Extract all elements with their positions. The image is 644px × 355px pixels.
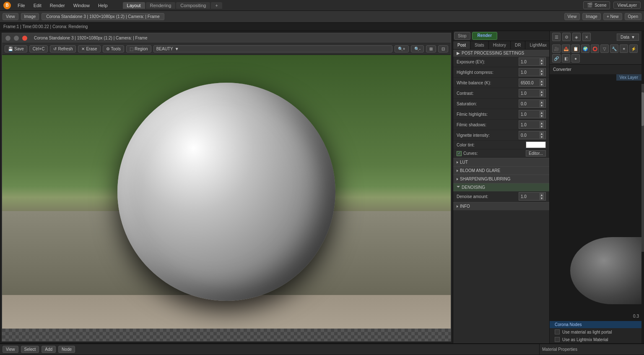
particle-props-icon[interactable]: ✦ [620,44,628,53]
close-panel-btn[interactable]: ✕ [582,33,591,41]
zoom-fit-btn[interactable]: ⊞ [426,45,436,52]
menu-window[interactable]: Window [72,2,91,9]
denoise-amount-value[interactable]: 1.0 ▲ ▼ [519,192,546,201]
modifier-props-icon[interactable]: 🔧 [610,44,618,53]
constraint-props-icon[interactable]: 🔗 [552,54,561,63]
vignette-value[interactable]: 0.0 ▲ ▼ [519,131,546,139]
menu-render[interactable]: Render [48,2,67,9]
scene-props-icon[interactable]: 🌍 [581,44,589,53]
lut-section-header[interactable]: LUT [453,158,549,166]
exposure-down[interactable]: ▼ [540,62,544,65]
info-label: INFO [460,204,470,209]
tab-lightmax[interactable]: LightMax [525,41,549,49]
corona-nodes-label[interactable]: Corona Nodes [550,321,641,328]
render-result-label: Corona Standalone 3 | 1920×1080px (1:2) … [42,13,164,20]
view-layer-icon[interactable]: 📋 [571,44,580,53]
tab-post[interactable]: Post [453,41,470,49]
new-btn[interactable]: + New [603,13,622,20]
light-portal-checkbox[interactable] [555,329,560,334]
frame-info-bar: Frame:1 | Time:00:00.22 | Corona: Render… [0,23,644,31]
output-props-icon[interactable]: 📤 [562,44,570,53]
erase-btn[interactable]: ✕ Erase [78,45,100,52]
refresh-btn[interactable]: ↺ Refresh [50,45,76,52]
physics-props-icon[interactable]: ⚡ [629,44,638,53]
tab-compositing[interactable]: Compositing [176,2,210,9]
node-toolbar: View Select Add Node [0,344,539,355]
ctrlc-btn[interactable]: Ctrl+C [29,45,48,52]
white-balance-arrows[interactable]: ▲ ▼ [540,79,544,86]
region-btn[interactable]: ⬚ Region [126,45,151,52]
material-props-icon[interactable]: ● [571,54,580,63]
maximize-btn[interactable] [14,36,19,41]
zoom-out-btn[interactable]: 🔍- [411,45,424,52]
lightmix-checkbox[interactable] [555,337,560,342]
exposure-up[interactable]: ▲ [540,58,544,62]
view-menu-r[interactable]: View [564,13,580,20]
zoom-in-btn[interactable]: 🔍+ [395,45,409,52]
filmic-shadows-value[interactable]: 1.0 ▲ ▼ [519,120,546,129]
denoising-section-header[interactable]: DENOISING [453,183,549,191]
contrast-value[interactable]: 1.0 ▲ ▼ [519,89,546,97]
info-triangle [457,205,458,208]
highlight-compress-arrows[interactable]: ▲ ▼ [540,69,544,76]
tab-layout[interactable]: Layout [123,2,145,9]
beauty-dropdown[interactable]: BEAUTY ▼ [153,45,392,52]
render-props-icon[interactable]: 🎥 [552,44,561,53]
corona-nodes-item[interactable]: Corona Nodes [550,321,641,328]
bloom-section-header[interactable]: BLOOM AND GLARE [453,166,549,175]
save-btn[interactable]: 💾 Save [5,45,27,52]
menu-edit[interactable]: Edit [32,2,43,9]
menu-help[interactable]: Help [96,2,109,9]
image-menu-r[interactable]: Image [582,13,601,20]
data-dropdown[interactable]: Data ▼ [617,34,639,41]
region-icon: ⬚ [130,47,133,51]
world-props-icon[interactable]: ⭕ [591,44,599,53]
saturation-value[interactable]: 0.0 ▲ ▼ [519,99,546,108]
highlight-compress-label: Highlight compress: [457,70,519,75]
tab-rendering[interactable]: Rendering [146,2,176,9]
post-section-collapsed[interactable]: ▶ POST PROCESSING SETTINGS [453,50,549,57]
render-window-title: Corona Standalone 3 | 1920×1080px (1:2) … [34,36,147,40]
color-tint-label: Color tint: [457,143,526,147]
outliner-btn[interactable]: ☰ [552,33,561,41]
stop-btn[interactable]: Stop [454,32,470,40]
exposure-arrows[interactable]: ▲ ▼ [540,58,544,65]
curves-editor-btn[interactable]: Editor... [526,150,546,157]
lut-label: LUT [460,160,468,164]
use-as-lightmix-item[interactable]: Use as Lightmix Material [550,336,641,343]
node-node-btn[interactable]: Node [58,346,75,353]
param-denoise-amount: Denoise amount: 1.0 ▲ ▼ [453,191,549,202]
highlight-compress-value[interactable]: 1.0 ▲ ▼ [519,68,546,76]
open-btn[interactable]: Open [625,13,641,20]
tab-dr[interactable]: DR [511,41,525,49]
zoom-reset-btn[interactable]: ⊡ [438,45,448,52]
sharpening-section-header[interactable]: SHARPENING/BLURRING [453,175,549,183]
render-btn[interactable]: Render [472,32,497,40]
node-add-btn[interactable]: Add [42,346,56,353]
exposure-value[interactable]: 1.0 ▲ ▼ [519,57,546,66]
node-select-btn[interactable]: Select [21,346,39,353]
saturation-label: Saturation: [457,102,519,106]
tab-add[interactable]: + [211,2,222,9]
image-menu[interactable]: Image [21,13,39,20]
white-balance-value[interactable]: 6500.0 ▲ ▼ [519,78,546,87]
info-section-header[interactable]: INFO [453,202,549,210]
data-props-icon[interactable]: ◧ [562,54,570,63]
tab-stats[interactable]: Stats [470,41,489,49]
close-btn[interactable] [22,36,27,41]
minimize-btn[interactable] [5,36,10,41]
tools-btn[interactable]: ⚙ Tools [103,45,124,52]
filmic-highlights-value[interactable]: 1.0 ▲ ▼ [519,110,546,118]
post-tabs: Post Stats History DR LightMax [453,41,549,50]
properties-btn[interactable]: ⚙ [562,33,571,41]
use-as-light-portal-item[interactable]: Use material as light portal [550,328,641,336]
obj-props-icon[interactable]: ▽ [600,44,609,53]
view-menu[interactable]: View [3,13,18,20]
curves-checkbox[interactable] [457,151,462,156]
menu-file[interactable]: File [16,2,27,9]
node-btn[interactable]: ◈ [572,33,581,41]
tab-history[interactable]: History [489,41,511,49]
material-preview: 0.3 Vex Layer [550,74,641,321]
color-tint-swatch[interactable] [526,141,546,148]
node-view-btn[interactable]: View [3,346,18,353]
